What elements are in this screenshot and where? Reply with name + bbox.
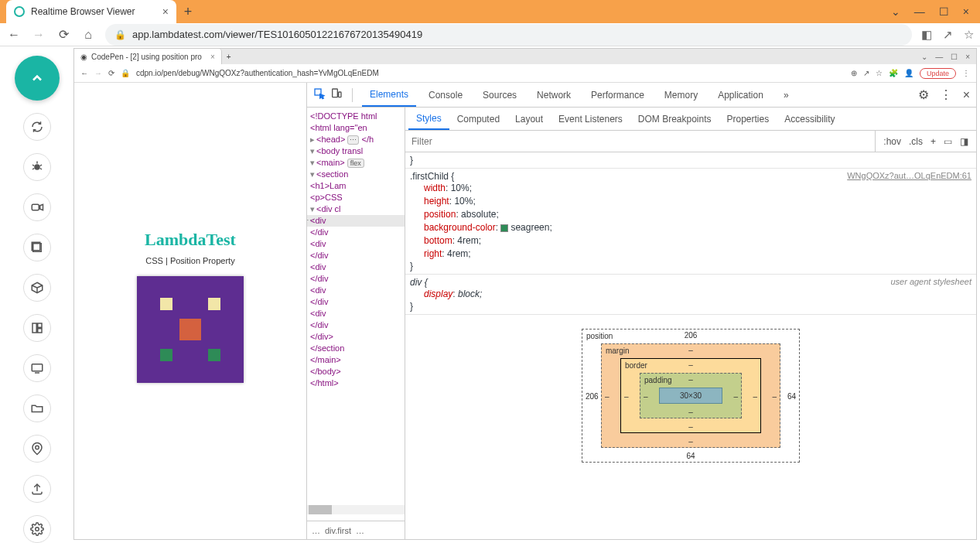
bm-bottom: –	[688, 408, 693, 416]
svg-rect-24	[339, 92, 341, 97]
prop-value[interactable]: 4rem;	[447, 248, 471, 259]
folder-icon[interactable]	[23, 394, 51, 422]
computed-toggle-icon[interactable]: ▭	[944, 136, 952, 147]
tab-performance[interactable]: Performance	[583, 83, 652, 107]
color-swatch[interactable]	[500, 224, 508, 232]
collapse-button[interactable]	[15, 56, 60, 101]
inner-new-tab[interactable]: +	[222, 53, 236, 61]
styles-tab-properties[interactable]: Properties	[719, 108, 777, 130]
back-icon[interactable]: ←	[80, 69, 88, 77]
kebab-icon[interactable]: ⋮	[940, 87, 952, 102]
prop-name[interactable]: bottom	[424, 235, 452, 246]
extension-icon[interactable]: ◧	[921, 28, 932, 42]
close-icon[interactable]: ×	[963, 88, 970, 102]
star-icon[interactable]: ☆	[876, 69, 883, 77]
extension-icon[interactable]: 🧩	[889, 69, 898, 77]
monitor-icon[interactable]	[23, 354, 51, 382]
cube-icon[interactable]	[23, 274, 51, 302]
style-rules[interactable]: } WNgQOXz?aut…OLqEnEDM:61 .firstChild { …	[405, 152, 976, 469]
styles-tab-computed[interactable]: Computed	[449, 108, 507, 130]
inner-tab-active[interactable]: ◉ CodePen - [2] using position pro ×	[74, 49, 222, 64]
maximize-icon[interactable]: ☐	[939, 5, 949, 18]
styles-tabs: Styles Computed Layout Event Listeners D…	[405, 108, 976, 131]
upload-icon[interactable]	[23, 475, 51, 503]
avatar-icon[interactable]: 👤	[904, 69, 913, 77]
close-icon[interactable]: ×	[162, 5, 169, 18]
filter-input[interactable]	[405, 131, 875, 152]
styles-tab-a11y[interactable]: Accessibility	[777, 108, 842, 130]
tab-elements[interactable]: Elements	[362, 83, 416, 107]
crumb-path[interactable]: div.first	[325, 526, 351, 535]
star-icon[interactable]: ☆	[964, 28, 974, 42]
prop-value[interactable]: absolute;	[461, 209, 499, 220]
prop-name[interactable]: height	[424, 196, 449, 207]
cls-button[interactable]: .cls	[909, 136, 923, 147]
outer-tab-active[interactable]: Realtime Browser Viewer ×	[6, 0, 176, 23]
update-button[interactable]: Update	[920, 68, 956, 79]
breadcrumb[interactable]: … div.first …	[307, 521, 405, 539]
prop-value: block;	[458, 289, 482, 299]
new-style-icon[interactable]: +	[930, 136, 936, 147]
share-icon[interactable]: ↗	[943, 28, 953, 42]
prop-name[interactable]: position	[424, 209, 456, 220]
layout-icon[interactable]	[23, 314, 51, 342]
svg-line-4	[32, 169, 34, 170]
hov-button[interactable]: :hov	[883, 136, 901, 147]
codepen-icon: ◉	[80, 53, 87, 61]
close-icon[interactable]: ×	[210, 53, 215, 61]
styles-tab-styles[interactable]: Styles	[408, 108, 449, 130]
dom-doctype: <!DOCTYPE html	[310, 111, 377, 121]
tab-application[interactable]: Application	[710, 83, 771, 107]
tab-overflow[interactable]: »	[776, 83, 797, 107]
close-icon[interactable]: ×	[965, 53, 970, 61]
chevron-down-icon[interactable]: ⌄	[891, 5, 900, 18]
bug-icon[interactable]	[23, 153, 51, 181]
prop-value[interactable]: 10%;	[454, 196, 475, 207]
prop-value[interactable]: 4rem;	[457, 235, 481, 246]
chevron-down-icon[interactable]: ⌄	[921, 53, 927, 61]
forward-icon[interactable]: →	[31, 27, 46, 43]
styles-tab-events[interactable]: Event Listeners	[551, 108, 630, 130]
reload-icon[interactable]: ⟳	[108, 69, 114, 77]
tab-network[interactable]: Network	[529, 83, 579, 107]
gear-icon[interactable]	[23, 515, 51, 543]
styles-tab-dom-bp[interactable]: DOM Breakpoints	[630, 108, 719, 130]
switch-icon[interactable]	[23, 113, 51, 141]
gallery-icon[interactable]	[23, 234, 51, 261]
inner-url-text[interactable]: cdpn.io/pen/debug/WNgQOXz?authentication…	[136, 69, 845, 77]
tab-sources[interactable]: Sources	[475, 83, 524, 107]
new-tab-button[interactable]: +	[176, 0, 200, 23]
lambdatest-sidebar	[0, 46, 73, 543]
share-icon[interactable]: ↗	[863, 69, 869, 77]
back-icon[interactable]: ←	[6, 27, 22, 43]
reload-icon[interactable]: ⟳	[56, 27, 71, 43]
video-icon[interactable]	[23, 193, 51, 221]
menu-icon[interactable]: ⋮	[962, 69, 970, 77]
location-icon[interactable]	[23, 435, 51, 463]
gear-icon[interactable]: ⚙	[918, 87, 929, 102]
prop-name[interactable]: width	[424, 183, 446, 193]
minimize-icon[interactable]: ―	[914, 5, 925, 18]
zoom-icon[interactable]: ⊕	[851, 69, 857, 77]
sidebar-toggle-icon[interactable]: ◨	[960, 136, 968, 147]
forward-icon[interactable]: →	[94, 69, 102, 77]
demo-box	[137, 276, 244, 383]
flex-badge[interactable]: flex	[347, 159, 364, 168]
tab-memory[interactable]: Memory	[657, 83, 705, 107]
rule-source-link[interactable]: WNgQOXz?aut…OLqEnEDM:61	[847, 171, 971, 180]
tab-console[interactable]: Console	[421, 83, 470, 107]
outer-url-bar[interactable]: 🔒 app.lambdatest.com/viewer/TES101605012…	[105, 24, 912, 46]
prop-value[interactable]: 10%;	[451, 183, 472, 193]
element-picker-icon[interactable]	[313, 87, 326, 102]
prop-name[interactable]: background-color	[424, 222, 496, 233]
prop-name[interactable]: right	[424, 248, 442, 259]
prop-value[interactable]: seagreen;	[510, 222, 551, 233]
device-toggle-icon[interactable]	[330, 87, 343, 102]
minimize-icon[interactable]: ―	[935, 53, 943, 61]
close-window-icon[interactable]: ×	[963, 5, 969, 18]
home-icon[interactable]: ⌂	[80, 27, 96, 43]
horizontal-scrollbar[interactable]	[307, 505, 405, 514]
maximize-icon[interactable]: ☐	[951, 53, 958, 61]
styles-tab-layout[interactable]: Layout	[507, 108, 551, 130]
elements-tree[interactable]: <!DOCTYPE html <html lang="en ▸<head> ⋯ …	[307, 108, 405, 539]
